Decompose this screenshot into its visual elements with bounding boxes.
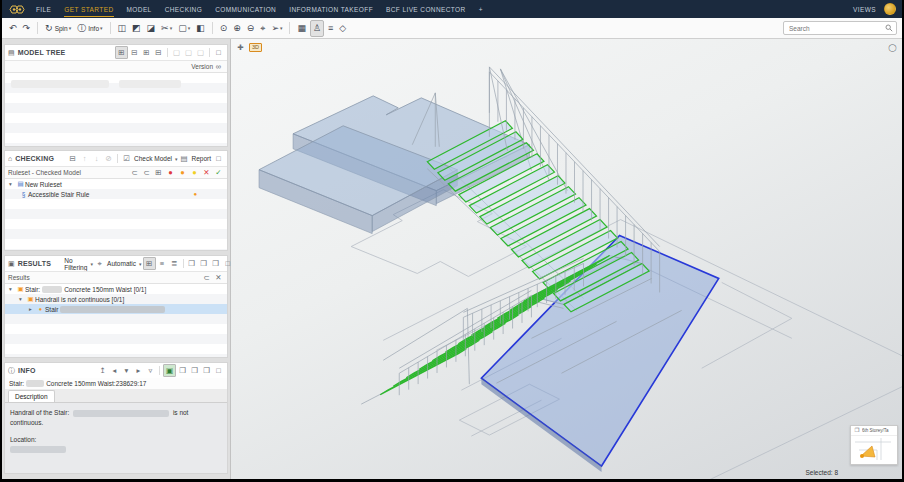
show-icon[interactable]: ▢ xyxy=(171,47,182,58)
zoom-mode-dropdown[interactable]: ⌖ xyxy=(94,258,105,269)
hyperlink-icon[interactable]: ▣ xyxy=(163,364,176,377)
discipline-tree-icon[interactable]: ⊞ xyxy=(141,47,152,58)
disable-rule-icon[interactable]: ⊘ xyxy=(103,153,114,164)
show-component-button[interactable]: ◪ xyxy=(145,21,158,36)
zoom-out-button[interactable]: ⊖ xyxy=(245,21,257,36)
layer-tree-icon[interactable]: ⊟ xyxy=(153,47,164,58)
maximize-icon[interactable]: □ xyxy=(213,47,224,58)
clear-icon[interactable]: ✕ xyxy=(213,272,224,283)
issue-icon[interactable]: ⊂ xyxy=(141,167,152,178)
result-row[interactable]: ▾ ▣ Handrail is not continuous [0/1] xyxy=(5,294,227,304)
menu-item-model[interactable]: MODEL xyxy=(127,2,152,16)
ruleset-row[interactable]: ▾ ▤ New Ruleset xyxy=(5,179,227,189)
expander-icon[interactable]: ▾ xyxy=(9,181,16,187)
maximize-icon[interactable]: □ xyxy=(213,153,224,164)
menu-item-checking[interactable]: CHECKING xyxy=(165,2,203,16)
minimap-title: 6th Storey/Ta xyxy=(862,428,889,433)
expander-icon[interactable]: ▸ xyxy=(29,306,36,312)
history-dropdown-icon[interactable]: ▾ xyxy=(121,365,132,376)
report-icon[interactable]: ❐ xyxy=(189,365,200,376)
tab-description[interactable]: Description xyxy=(8,390,55,402)
version-column-header[interactable]: Version xyxy=(191,63,213,70)
rotate-3d-button[interactable]: ◇ xyxy=(337,21,348,36)
model-link-icon[interactable]: ∞ xyxy=(213,61,224,72)
maximize-icon[interactable]: □ xyxy=(213,365,224,376)
results-tree-view-icon[interactable]: ⊞ xyxy=(143,257,156,270)
section-box-button[interactable]: ▢▾ xyxy=(176,21,192,36)
menu-bar: FILEGET STARTEDMODELCHECKINGCOMMUNICATIO… xyxy=(2,0,902,18)
model-info-icon[interactable]: ▢ xyxy=(195,47,206,58)
ortho-view-button[interactable]: ▦ xyxy=(295,21,308,36)
pan-view-icon[interactable]: ✚ xyxy=(235,42,246,53)
severity-moderate-icon[interactable]: ● xyxy=(177,167,188,178)
move-up-icon[interactable]: ↑ xyxy=(79,153,90,164)
cut-button[interactable]: ✂▾ xyxy=(159,21,174,36)
results-columns: Results ⊂✕ xyxy=(5,271,227,284)
walk-mode-button[interactable]: ♙ xyxy=(310,20,324,37)
zoom-mode-dropdown-label[interactable]: Automatic xyxy=(107,260,136,267)
menu-item-bcf-live-connector[interactable]: BCF LIVE CONNECTOR xyxy=(386,2,466,16)
zoom-window-button[interactable]: ⊙ xyxy=(218,21,230,36)
menu-item-views[interactable]: VIEWS xyxy=(853,2,876,16)
expander-icon[interactable]: ▾ xyxy=(9,286,16,292)
containment-tree-icon[interactable]: ⊟ xyxy=(129,47,140,58)
menu-item-get-started[interactable]: GET STARTED xyxy=(64,2,113,17)
undo-button[interactable]: ↶ xyxy=(7,21,19,36)
account-button[interactable] xyxy=(884,3,896,15)
report-button[interactable]: ▤ xyxy=(178,153,189,164)
transparency-button[interactable]: ◫ xyxy=(116,21,129,36)
minimap-expand-icon[interactable]: ❐ xyxy=(853,425,861,436)
presentation-icon[interactable]: ⊂ xyxy=(129,167,140,178)
rule-row[interactable]: § Accessible Stair Rule ● xyxy=(5,189,227,199)
result-row-selected[interactable]: ▸ ● Stair xyxy=(5,304,227,314)
info-mode-button[interactable]: ⓘInfo▾ xyxy=(75,21,104,36)
spin-button[interactable]: ↻Spin▾ xyxy=(43,21,73,36)
menu-item-communication[interactable]: COMMUNICATION xyxy=(215,2,276,16)
selection-tree-icon[interactable]: ⊞ xyxy=(115,46,128,59)
viewport-settings-icon[interactable]: ◯ xyxy=(887,42,898,53)
next-icon[interactable]: ▸ xyxy=(133,365,144,376)
result-row[interactable]: ▾ ▣ Stair: Concrete 150mm Waist [0/1] xyxy=(5,284,227,294)
menu-item-file[interactable]: FILE xyxy=(36,2,51,16)
copy-icon[interactable]: ❐ xyxy=(177,365,188,376)
filter-dropdown-label[interactable]: No Filtering xyxy=(64,257,87,271)
pick-button[interactable]: ➢▾ xyxy=(269,21,284,36)
grid-icon[interactable]: ⊞ xyxy=(153,167,164,178)
paperclip-icon[interactable]: ⊂ xyxy=(201,272,212,283)
camera-add-icon[interactable]: ❐ xyxy=(186,258,197,269)
results-detail-view-icon[interactable]: ≣ xyxy=(169,258,180,269)
selection-status: Selected: 8 xyxy=(805,469,838,476)
upper-stair-flight[interactable] xyxy=(427,121,649,312)
report-button-label[interactable]: Report xyxy=(191,155,211,162)
open-ruleset-icon[interactable]: ⊟ xyxy=(67,153,78,164)
layers-button[interactable]: ≡ xyxy=(326,21,335,36)
previous-icon[interactable]: ◂ xyxy=(109,365,120,376)
severity-low-icon[interactable]: ● xyxy=(189,167,200,178)
viewport-3d[interactable]: ✚ 3D ◯ xyxy=(231,39,902,479)
model-tree-content[interactable] xyxy=(5,73,227,146)
expander-icon[interactable]: ▾ xyxy=(19,296,26,302)
menu-item-add[interactable]: + xyxy=(479,2,483,16)
rejected-icon[interactable]: ✕ xyxy=(201,167,212,178)
check-model-button-label[interactable]: Check Model xyxy=(134,155,172,162)
results-list-view-icon[interactable]: ≡ xyxy=(157,258,168,269)
minimap-panel[interactable]: ❐ 6th Storey/Ta xyxy=(850,425,898,465)
hide-icon[interactable]: ▢ xyxy=(183,47,194,58)
pin-up-icon[interactable]: ↥ xyxy=(97,365,108,376)
accepted-icon[interactable]: ✓ xyxy=(213,167,224,178)
camera-remove-icon[interactable]: ❐ xyxy=(210,258,221,269)
menu-item-information-takeoff[interactable]: INFORMATION TAKEOFF xyxy=(289,2,373,16)
check-model-button[interactable]: ☑ xyxy=(121,153,132,164)
float-icon[interactable]: ❐ xyxy=(201,365,212,376)
camera-update-icon[interactable]: ❐ xyxy=(198,258,209,269)
zoom-in-button[interactable]: ⊕ xyxy=(231,21,243,36)
zoom-fit-button[interactable]: ⌖ xyxy=(258,21,267,36)
last-icon[interactable]: ▿ xyxy=(145,365,156,376)
move-down-icon[interactable]: ↓ xyxy=(91,153,102,164)
section-plane-button[interactable]: ◧ xyxy=(194,21,207,36)
spin-icon: ↻ xyxy=(45,21,53,36)
redo-button[interactable]: ↷ xyxy=(21,21,33,36)
search-input[interactable] xyxy=(787,24,885,33)
hide-component-button[interactable]: ◩ xyxy=(130,21,143,36)
severity-critical-icon[interactable]: ● xyxy=(165,167,176,178)
